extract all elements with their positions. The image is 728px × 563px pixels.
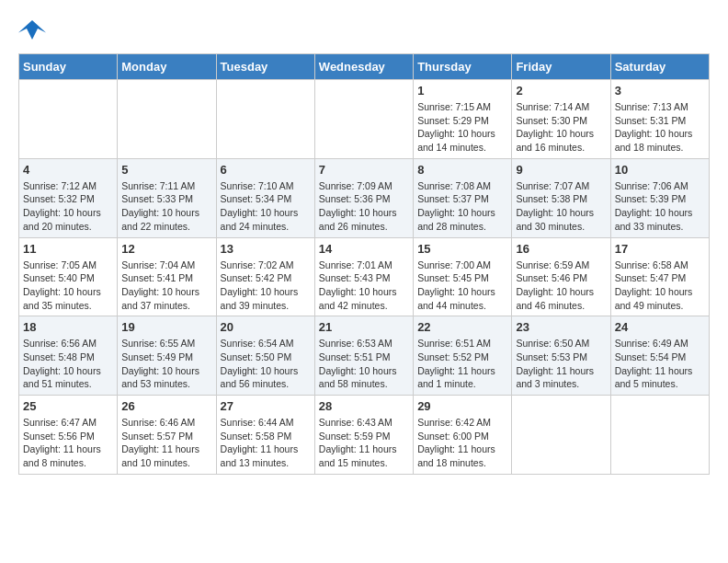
calendar-cell: 9Sunrise: 7:07 AMSunset: 5:38 PMDaylight… — [512, 158, 610, 237]
day-number: 21 — [319, 320, 409, 334]
day-info: Sunrise: 7:13 AMSunset: 5:31 PMDaylight:… — [615, 100, 705, 155]
day-info: Sunrise: 7:15 AMSunset: 5:29 PMDaylight:… — [417, 100, 507, 155]
calendar-cell: 23Sunrise: 6:50 AMSunset: 5:53 PMDayligh… — [512, 316, 610, 396]
day-info: Sunrise: 7:01 AMSunset: 5:43 PMDaylight:… — [319, 259, 409, 313]
day-info: Sunrise: 6:51 AMSunset: 5:52 PMDaylight:… — [417, 337, 507, 391]
day-number: 24 — [615, 320, 705, 334]
calendar-cell: 8Sunrise: 7:08 AMSunset: 5:37 PMDaylight… — [414, 158, 512, 237]
calendar-cell: 29Sunrise: 6:42 AMSunset: 6:00 PMDayligh… — [414, 396, 512, 475]
day-info: Sunrise: 6:42 AMSunset: 6:00 PMDaylight:… — [417, 416, 507, 470]
calendar-cell: 7Sunrise: 7:09 AMSunset: 5:36 PMDaylight… — [314, 158, 413, 237]
day-number: 10 — [615, 163, 705, 177]
day-number: 17 — [615, 242, 705, 256]
day-number: 5 — [121, 163, 211, 177]
calendar-cell: 18Sunrise: 6:56 AMSunset: 5:48 PMDayligh… — [19, 316, 118, 396]
calendar-cell: 15Sunrise: 7:00 AMSunset: 5:45 PMDayligh… — [414, 237, 512, 316]
day-number: 4 — [23, 163, 113, 177]
calendar-week-row: 11Sunrise: 7:05 AMSunset: 5:40 PMDayligh… — [19, 237, 710, 316]
calendar-cell: 10Sunrise: 7:06 AMSunset: 5:39 PMDayligh… — [610, 158, 709, 237]
day-info: Sunrise: 6:47 AMSunset: 5:56 PMDaylight:… — [23, 416, 113, 470]
day-number: 6 — [221, 163, 311, 177]
day-info: Sunrise: 7:09 AMSunset: 5:36 PMDaylight:… — [319, 179, 409, 234]
weekday-header-monday: Monday — [118, 54, 216, 80]
calendar-cell: 12Sunrise: 7:04 AMSunset: 5:41 PMDayligh… — [118, 237, 216, 316]
weekday-header-thursday: Thursday — [414, 54, 512, 80]
day-number: 1 — [417, 84, 507, 98]
day-number: 13 — [221, 242, 311, 256]
calendar-cell: 5Sunrise: 7:11 AMSunset: 5:33 PMDaylight… — [118, 158, 216, 237]
calendar-cell: 11Sunrise: 7:05 AMSunset: 5:40 PMDayligh… — [19, 237, 118, 316]
day-number: 26 — [121, 399, 211, 413]
calendar-cell: 16Sunrise: 6:59 AMSunset: 5:46 PMDayligh… — [512, 237, 610, 316]
day-info: Sunrise: 6:53 AMSunset: 5:51 PMDaylight:… — [319, 337, 409, 391]
day-info: Sunrise: 6:59 AMSunset: 5:46 PMDaylight:… — [516, 259, 606, 313]
day-number: 23 — [516, 320, 606, 334]
calendar-cell: 26Sunrise: 6:46 AMSunset: 5:57 PMDayligh… — [118, 396, 216, 475]
day-info: Sunrise: 7:10 AMSunset: 5:34 PMDaylight:… — [221, 179, 311, 234]
calendar-week-row: 18Sunrise: 6:56 AMSunset: 5:48 PMDayligh… — [19, 316, 710, 396]
page-header — [18, 18, 710, 44]
calendar-cell: 25Sunrise: 6:47 AMSunset: 5:56 PMDayligh… — [19, 396, 118, 475]
day-info: Sunrise: 6:49 AMSunset: 5:54 PMDaylight:… — [615, 337, 705, 391]
calendar-cell — [118, 80, 216, 159]
day-number: 16 — [516, 242, 606, 256]
day-number: 20 — [221, 320, 311, 334]
day-number: 15 — [417, 242, 507, 256]
calendar-cell: 27Sunrise: 6:44 AMSunset: 5:58 PMDayligh… — [216, 396, 314, 475]
calendar-cell: 4Sunrise: 7:12 AMSunset: 5:32 PMDaylight… — [19, 158, 118, 237]
day-info: Sunrise: 6:43 AMSunset: 5:59 PMDaylight:… — [319, 416, 409, 470]
day-info: Sunrise: 6:56 AMSunset: 5:48 PMDaylight:… — [23, 337, 113, 391]
day-info: Sunrise: 6:55 AMSunset: 5:49 PMDaylight:… — [121, 337, 211, 391]
svg-marker-0 — [18, 20, 46, 40]
day-number: 27 — [221, 399, 311, 413]
calendar-table: SundayMondayTuesdayWednesdayThursdayFrid… — [18, 53, 710, 475]
day-number: 22 — [417, 320, 507, 334]
calendar-week-row: 4Sunrise: 7:12 AMSunset: 5:32 PMDaylight… — [19, 158, 710, 237]
day-info: Sunrise: 6:50 AMSunset: 5:53 PMDaylight:… — [516, 337, 606, 391]
day-number: 9 — [516, 163, 606, 177]
day-number: 25 — [23, 399, 113, 413]
day-info: Sunrise: 6:58 AMSunset: 5:47 PMDaylight:… — [615, 259, 705, 313]
day-number: 28 — [319, 399, 409, 413]
calendar-cell: 22Sunrise: 6:51 AMSunset: 5:52 PMDayligh… — [414, 316, 512, 396]
calendar-cell: 14Sunrise: 7:01 AMSunset: 5:43 PMDayligh… — [314, 237, 413, 316]
calendar-cell — [512, 396, 610, 475]
calendar-cell: 2Sunrise: 7:14 AMSunset: 5:30 PMDaylight… — [512, 80, 610, 159]
day-info: Sunrise: 6:46 AMSunset: 5:57 PMDaylight:… — [121, 416, 211, 470]
day-info: Sunrise: 7:00 AMSunset: 5:45 PMDaylight:… — [417, 259, 507, 313]
calendar-cell: 3Sunrise: 7:13 AMSunset: 5:31 PMDaylight… — [610, 80, 709, 159]
calendar-cell: 28Sunrise: 6:43 AMSunset: 5:59 PMDayligh… — [314, 396, 413, 475]
calendar-cell — [314, 80, 413, 159]
calendar-week-row: 25Sunrise: 6:47 AMSunset: 5:56 PMDayligh… — [19, 396, 710, 475]
logo — [18, 18, 50, 44]
day-number: 19 — [121, 320, 211, 334]
day-info: Sunrise: 7:12 AMSunset: 5:32 PMDaylight:… — [23, 179, 113, 234]
day-info: Sunrise: 7:11 AMSunset: 5:33 PMDaylight:… — [121, 179, 211, 234]
day-number: 7 — [319, 163, 409, 177]
day-info: Sunrise: 7:02 AMSunset: 5:42 PMDaylight:… — [221, 259, 311, 313]
day-number: 18 — [23, 320, 113, 334]
day-info: Sunrise: 7:14 AMSunset: 5:30 PMDaylight:… — [516, 100, 606, 155]
calendar-cell: 20Sunrise: 6:54 AMSunset: 5:50 PMDayligh… — [216, 316, 314, 396]
calendar-cell: 6Sunrise: 7:10 AMSunset: 5:34 PMDaylight… — [216, 158, 314, 237]
day-info: Sunrise: 7:07 AMSunset: 5:38 PMDaylight:… — [516, 179, 606, 234]
weekday-header-friday: Friday — [512, 54, 610, 80]
calendar-cell: 1Sunrise: 7:15 AMSunset: 5:29 PMDaylight… — [414, 80, 512, 159]
day-number: 3 — [615, 84, 705, 98]
calendar-cell — [216, 80, 314, 159]
day-number: 11 — [23, 242, 113, 256]
weekday-header-row: SundayMondayTuesdayWednesdayThursdayFrid… — [19, 54, 710, 80]
calendar-cell: 19Sunrise: 6:55 AMSunset: 5:49 PMDayligh… — [118, 316, 216, 396]
logo-bird-icon — [18, 18, 46, 44]
calendar-cell — [610, 396, 709, 475]
calendar-cell: 13Sunrise: 7:02 AMSunset: 5:42 PMDayligh… — [216, 237, 314, 316]
calendar-cell: 17Sunrise: 6:58 AMSunset: 5:47 PMDayligh… — [610, 237, 709, 316]
day-info: Sunrise: 6:44 AMSunset: 5:58 PMDaylight:… — [221, 416, 311, 470]
weekday-header-tuesday: Tuesday — [216, 54, 314, 80]
day-info: Sunrise: 6:54 AMSunset: 5:50 PMDaylight:… — [221, 337, 311, 391]
calendar-cell — [19, 80, 118, 159]
day-number: 12 — [121, 242, 211, 256]
day-info: Sunrise: 7:04 AMSunset: 5:41 PMDaylight:… — [121, 259, 211, 313]
calendar-cell: 24Sunrise: 6:49 AMSunset: 5:54 PMDayligh… — [610, 316, 709, 396]
day-info: Sunrise: 7:08 AMSunset: 5:37 PMDaylight:… — [417, 179, 507, 234]
